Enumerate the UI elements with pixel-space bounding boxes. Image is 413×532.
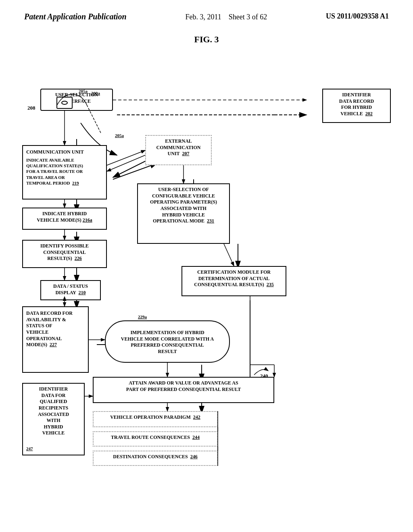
destination-consequences-box: DESTINATION CONSEQUENCES 246 <box>93 451 218 466</box>
publication-title: Patent Application Publication <box>24 12 127 21</box>
external-communication-unit-box: EXTERNALCOMMUNICATIONUNIT 207 <box>145 135 212 165</box>
page-header: Patent Application Publication Feb. 3, 2… <box>0 0 413 26</box>
destination-consequences-label: DESTINATION CONSEQUENCES 246 <box>97 454 214 460</box>
data-status-display-box: DATA / STATUSDISPLAY 210 <box>40 280 101 300</box>
user-selection-interface-box: USER-SELECTION INTERFACE 200a <box>40 89 113 111</box>
svg-line-24 <box>107 155 145 171</box>
label-205a-bottom: 205a <box>115 133 124 138</box>
attain-award-box: ATTAIN AWARD OR VALUE OR ADVANTAGE ASPAR… <box>93 377 274 403</box>
identify-possible-box: IDENTIFY POSSIBLECONSEQUENTIALRESULT(S) … <box>22 240 107 268</box>
identifier-qualified-label: IDENTIFIERDATA FORQUALIFIEDRECIPIENTSASS… <box>26 386 81 436</box>
num-200a: 200a <box>91 90 100 96</box>
fig-title: FIG. 3 <box>16 34 397 45</box>
svg-line-25 <box>107 150 145 165</box>
user-selection-configurable-label: USER-SELECTION OFCONFIGURABLE VEHICLEOPE… <box>141 187 226 224</box>
identify-possible-label: IDENTIFY POSSIBLECONSEQUENTIALRESULT(S) … <box>26 243 103 262</box>
diagram-area: FIG. 3 <box>0 26 413 510</box>
external-comm-label: EXTERNALCOMMUNICATIONUNIT 207 <box>149 138 208 157</box>
indicate-hybrid-label: INDICATE HYBRIDVEHICLE MODE(S) 216a <box>26 211 103 223</box>
device-icon <box>56 97 73 109</box>
device-screen <box>61 101 68 105</box>
implementation-hybrid-label: IMPLEMENTATION OF HYBRIDVEHICLE MODE COR… <box>109 324 226 355</box>
patent-number: US 2011/0029358 A1 <box>326 12 389 21</box>
indicate-hybrid-box: INDICATE HYBRIDVEHICLE MODE(S) 216a <box>22 208 107 230</box>
data-status-label: DATA / STATUSDISPLAY 210 <box>44 283 97 296</box>
certification-module-label: CERTIFICATION MODULE FORDETERMINATION OF… <box>186 269 282 288</box>
device-208-label: 208 <box>27 105 35 111</box>
header-date-sheet: Feb. 3, 2011 Sheet 3 of 62 <box>185 12 267 22</box>
data-record-label: DATA RECORD FORAVAILABILITY &STATUS OFVE… <box>26 310 85 348</box>
certification-module-box: CERTIFICATION MODULE FORDETERMINATION OF… <box>181 266 286 296</box>
travel-route-consequences-box: TRAVEL ROUTE CONSEQUENCES 244 <box>93 431 218 447</box>
identifier-qualified-box: IDENTIFIERDATA FORQUALIFIEDRECIPIENTSASS… <box>22 383 85 455</box>
vehicle-paradigm-label: VEHICLE OPERATION PARADIGM 242 <box>97 414 214 421</box>
user-selection-configurable-box: USER-SELECTION OFCONFIGURABLE VEHICLEOPE… <box>137 183 230 244</box>
implementation-hybrid-box: 229a IMPLEMENTATION OF HYBRIDVEHICLE MOD… <box>105 320 230 363</box>
attain-award-label: ATTAIN AWARD OR VALUE OR ADVANTAGE ASPAR… <box>97 380 270 393</box>
communication-unit-box: COMMUNICATION UNIT INDICATE AVAILABLEQUA… <box>22 145 107 200</box>
comm-unit-body: INDICATE AVAILABLEQUALIFICATION STATE(S)… <box>26 157 103 186</box>
num-229a: 229a <box>138 314 147 320</box>
svg-line-31 <box>224 244 234 266</box>
identifier-data-record-label: IDENTIFIERDATA RECORDFOR HYBRIDVEHICLE 2… <box>326 92 387 117</box>
num-247: 247 <box>26 446 33 451</box>
vehicle-operation-paradigm-box: VEHICLE OPERATION PARADIGM 242 <box>93 411 218 427</box>
identifier-data-record-box: IDENTIFIERDATA RECORDFOR HYBRIDVEHICLE 2… <box>322 89 391 123</box>
data-record-availability-box: DATA RECORD FORAVAILABILITY &STATUS OFVE… <box>22 306 89 373</box>
travel-route-label: TRAVEL ROUTE CONSEQUENCES 244 <box>97 434 214 441</box>
comm-unit-title: COMMUNICATION UNIT <box>26 149 103 156</box>
label-205a-top: 205a <box>79 89 88 94</box>
svg-line-18 <box>113 163 157 179</box>
